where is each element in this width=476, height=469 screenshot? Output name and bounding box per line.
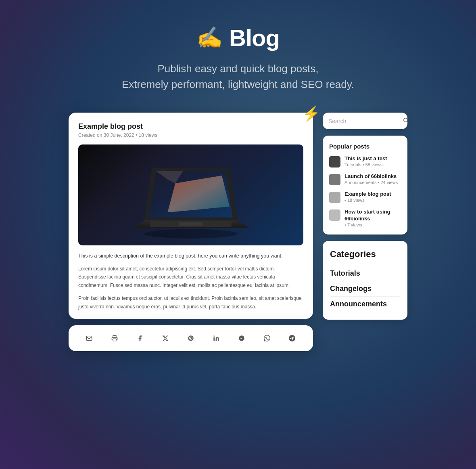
share-whatsapp-icon[interactable]	[260, 331, 274, 345]
post-info-3: Example blog post • 18 views	[344, 191, 391, 203]
popular-post-item-2[interactable]: Launch of 66biolinks Announcements • 24 …	[329, 173, 401, 185]
left-column: ⚡ Example blog post Created on 30 June, …	[69, 113, 313, 351]
blog-emoji: ✍️	[196, 25, 223, 50]
svg-point-0	[144, 229, 238, 239]
post-image	[78, 144, 303, 245]
svg-point-13	[404, 118, 407, 122]
blog-subtitle: Publish easy and quick blog posts, Extre…	[122, 61, 354, 92]
share-linkedin-icon[interactable]	[209, 331, 223, 345]
category-changelogs[interactable]: Changelogs	[330, 281, 400, 297]
post-name-2: Launch of 66biolinks	[344, 173, 398, 180]
categories-title: Categories	[330, 249, 400, 260]
popular-post-item-3[interactable]: Example blog post • 18 views	[329, 191, 401, 203]
blog-title-row: ✍️ Blog	[122, 24, 354, 51]
post-thumb-4	[329, 209, 340, 221]
post-name-4: How to start using 66biolinks	[344, 209, 401, 222]
post-thumb-3	[329, 192, 340, 203]
post-meta-1: Tutorials • 58 views	[344, 162, 387, 167]
share-pinterest-icon[interactable]	[184, 331, 198, 345]
share-email-icon[interactable]	[82, 331, 96, 345]
share-print-icon[interactable]	[107, 331, 122, 345]
share-bar	[69, 325, 313, 351]
post-lorem2: Proin facilisis lectus tempus orci aucto…	[78, 294, 303, 311]
categories-card: Categories Tutorials Changelogs Announce…	[323, 241, 407, 320]
post-meta-4: • 7 views	[344, 222, 401, 227]
post-info-4: How to start using 66biolinks • 7 views	[344, 209, 401, 227]
share-facebook-icon[interactable]	[133, 331, 147, 345]
post-title: Example blog post	[78, 122, 303, 131]
popular-post-item-4[interactable]: How to start using 66biolinks • 7 views	[329, 209, 401, 227]
popular-post-item-1[interactable]: This is just a test Tutorials • 58 views	[329, 155, 401, 168]
post-info-2: Launch of 66biolinks Announcements • 24 …	[344, 173, 398, 185]
post-meta: Created on 30 June, 2022 • 18 views	[78, 132, 303, 138]
post-name-1: This is just a test	[344, 155, 387, 162]
share-telegram-icon[interactable]	[285, 331, 299, 345]
lightning-icon: ⚡	[302, 105, 320, 122]
blog-post-card: Example blog post Created on 30 June, 20…	[69, 113, 313, 319]
svg-rect-7	[179, 222, 203, 226]
search-button[interactable]	[402, 117, 409, 125]
category-announcements[interactable]: Announcements	[330, 297, 400, 312]
popular-posts-card: Popular posts This is just a test Tutori…	[323, 136, 407, 234]
svg-rect-10	[213, 337, 215, 341]
category-tutorials[interactable]: Tutorials	[330, 266, 400, 281]
post-thumb-2	[329, 174, 340, 185]
post-lorem1: Lorem ipsum dolor sit amet, consectetur …	[78, 265, 303, 289]
post-info-1: This is just a test Tutorials • 58 views	[344, 155, 387, 167]
share-x-icon[interactable]	[158, 331, 173, 345]
popular-posts-title: Popular posts	[329, 143, 401, 150]
page-header: ✍️ Blog Publish easy and quick blog post…	[122, 24, 354, 92]
blog-title: Blog	[229, 24, 280, 51]
post-description: This is a simple description of the exam…	[78, 252, 303, 260]
share-telegram-circle-icon[interactable]	[234, 331, 249, 345]
right-column: Popular posts This is just a test Tutori…	[323, 113, 407, 320]
post-meta-3: • 18 views	[344, 198, 391, 203]
main-content: ⚡ Example blog post Created on 30 June, …	[69, 113, 407, 351]
svg-rect-8	[87, 336, 92, 341]
search-input[interactable]	[328, 118, 399, 124]
post-meta-2: Announcements • 24 views	[344, 180, 398, 185]
svg-point-11	[213, 335, 215, 337]
post-thumb-1	[329, 156, 340, 168]
search-box	[323, 113, 407, 129]
post-name-3: Example blog post	[344, 191, 391, 198]
svg-rect-9	[113, 339, 116, 341]
